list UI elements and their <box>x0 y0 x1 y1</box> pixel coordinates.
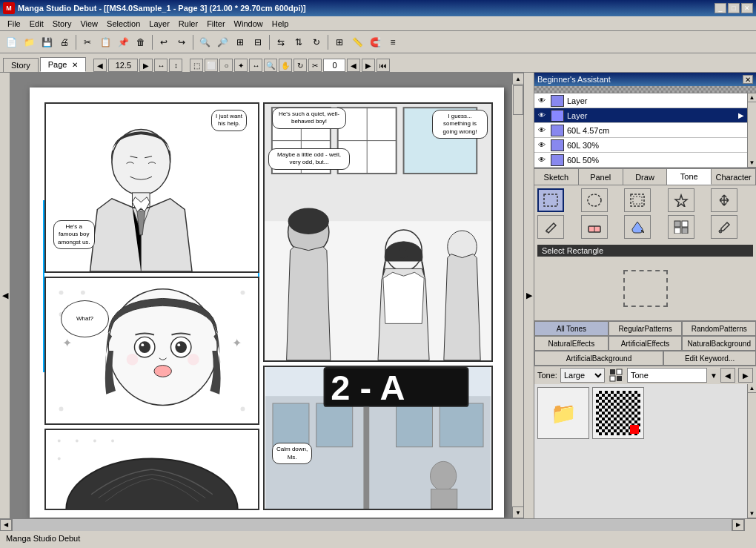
fill-tool[interactable] <box>624 215 651 239</box>
tone-size-select[interactable]: Large Medium Small <box>560 368 605 383</box>
move-tool[interactable] <box>711 188 737 212</box>
tone-scroll-track[interactable] <box>748 393 756 509</box>
fit-button[interactable]: ⊞ <box>232 34 248 50</box>
scroll-up-button[interactable]: ▲ <box>512 73 523 85</box>
fit-width-button[interactable]: ↔ <box>154 59 168 72</box>
tab-next-button[interactable]: ▶ <box>139 59 153 72</box>
new-button[interactable]: 📄 <box>3 34 19 50</box>
artificial-effects-button[interactable]: ArtificialEffects <box>609 336 683 351</box>
h-scroll-track[interactable] <box>12 519 732 531</box>
select-ellipse-tool[interactable] <box>581 188 608 212</box>
regular-patterns-button[interactable]: RegularPatterns <box>609 321 683 336</box>
artificial-background-button[interactable]: ArtificialBackground <box>534 351 663 366</box>
natural-effects-button[interactable]: NaturalEffects <box>534 336 609 351</box>
eraser-tool[interactable] <box>581 215 608 239</box>
flip-h-button[interactable]: ⇆ <box>273 34 289 50</box>
select-rect-tool[interactable] <box>537 188 564 212</box>
rotate-button[interactable]: ↻ <box>308 34 325 50</box>
rotate-tool-btn[interactable]: ↻ <box>294 59 307 72</box>
next-page-btn[interactable]: ▶ <box>362 59 375 72</box>
tone-dropdown-arrow[interactable]: ▼ <box>710 372 717 380</box>
edit-keyword-button[interactable]: Edit Keyword... <box>663 351 756 366</box>
menu-file[interactable]: File <box>3 18 25 30</box>
layer-scrollbar[interactable]: ▲ ▼ <box>747 93 756 168</box>
menu-ruler[interactable]: Ruler <box>174 18 202 30</box>
menu-view[interactable]: View <box>76 18 102 30</box>
print-button[interactable]: 🖨 <box>56 34 73 50</box>
layer-row-selected[interactable]: 👁 Layer ▶ <box>534 108 747 123</box>
lasso-btn[interactable]: ○ <box>219 59 233 72</box>
tab-sketch[interactable]: Sketch <box>534 168 579 185</box>
layer-visibility-toggle-3[interactable]: 👁 <box>534 123 549 138</box>
pan-btn[interactable]: ✋ <box>279 59 292 72</box>
zoom-tool-btn[interactable]: 🔍 <box>264 59 277 72</box>
close-button[interactable]: ✕ <box>741 3 753 13</box>
tone-checker-item[interactable] <box>592 387 644 439</box>
layer-visibility-toggle-2[interactable]: 👁 <box>534 108 549 123</box>
layer-scroll-down[interactable]: ▼ <box>748 159 756 168</box>
tone-scrollbar[interactable]: ▲ ▼ <box>747 384 756 518</box>
save-button[interactable]: 💾 <box>39 34 55 50</box>
snap-button[interactable]: 🧲 <box>367 34 383 50</box>
scroll-down-button[interactable]: ▼ <box>512 506 523 518</box>
menu-help[interactable]: Help <box>268 18 294 30</box>
tab-draw[interactable]: Draw <box>623 168 668 185</box>
layer-row-4[interactable]: 👁 60L 30% <box>534 138 747 153</box>
layer-visibility-toggle[interactable]: 👁 <box>534 93 549 108</box>
h-scroll-left-button[interactable]: ◀ <box>0 519 12 531</box>
pattern-tool[interactable] <box>668 215 694 239</box>
layer-visibility-toggle-5[interactable]: 👁 <box>534 153 549 168</box>
select-tool-btn[interactable]: ⬚ <box>190 59 203 72</box>
move-btn[interactable]: ↔ <box>249 59 262 72</box>
menu-edit[interactable]: Edit <box>25 18 48 30</box>
layer-scroll-up[interactable]: ▲ <box>748 93 756 102</box>
all-tones-button[interactable]: All Tones <box>534 321 609 336</box>
tone-prev-button[interactable]: ◀ <box>720 368 735 383</box>
paste-button[interactable]: 📌 <box>115 34 131 50</box>
right-panel-collapse-arrow[interactable]: ▶ <box>523 73 534 518</box>
menu-window[interactable]: Window <box>230 18 268 30</box>
open-button[interactable]: 📁 <box>21 34 37 50</box>
menu-story[interactable]: Story <box>48 18 76 30</box>
first-page-btn[interactable]: ⏮ <box>377 59 390 72</box>
tone-next-button[interactable]: ▶ <box>738 368 753 383</box>
tab-close-button[interactable]: ✕ <box>72 61 78 69</box>
tone-scroll-up[interactable]: ▲ <box>748 384 756 393</box>
tone-scroll-down[interactable]: ▼ <box>748 509 756 518</box>
tab-prev-button[interactable]: ◀ <box>93 59 107 72</box>
ruler-button[interactable]: 📏 <box>349 34 365 50</box>
align-button[interactable]: ≡ <box>385 34 401 50</box>
flip-v-button[interactable]: ⇅ <box>291 34 307 50</box>
h-scroll-right-button[interactable]: ▶ <box>732 519 744 531</box>
cut-button[interactable]: ✂ <box>79 34 96 50</box>
undo-button[interactable]: ↩ <box>156 34 172 50</box>
zoom-input[interactable] <box>108 59 138 72</box>
grid-button[interactable]: ⊞ <box>331 34 348 50</box>
maximize-button[interactable]: □ <box>728 3 740 13</box>
tone-name-dropdown[interactable]: Tone <box>627 368 707 383</box>
natural-background-button[interactable]: NaturalBackground <box>682 336 756 351</box>
left-panel-arrow[interactable]: ◀ <box>0 73 10 518</box>
layer-visibility-toggle-4[interactable]: 👁 <box>534 138 549 153</box>
tab-panel[interactable]: Panel <box>579 168 623 185</box>
delete-button[interactable]: 🗑 <box>133 34 149 50</box>
canvas-area[interactable]: I just wanthis help. He's afamous boyamo… <box>10 73 523 518</box>
select-tool2-btn[interactable]: ⬜ <box>205 59 218 72</box>
dropper-tool[interactable] <box>711 215 737 239</box>
canvas-vertical-scrollbar[interactable]: ▲ ▼ <box>511 73 523 518</box>
tone-folder-item[interactable]: 📁 <box>537 387 589 439</box>
crop-btn[interactable]: ✂ <box>308 59 322 72</box>
assistant-close-button[interactable]: ✕ <box>743 75 753 84</box>
page-number-input[interactable] <box>323 59 345 72</box>
select-polygon-tool[interactable] <box>624 188 651 212</box>
zoom-out-button[interactable]: 🔎 <box>214 34 231 50</box>
tab-character[interactable]: Character <box>712 168 756 185</box>
menu-layer[interactable]: Layer <box>145 18 174 30</box>
minimize-button[interactable]: _ <box>714 3 726 13</box>
fit-page-button[interactable]: ↕ <box>169 59 182 72</box>
redo-button[interactable]: ↪ <box>173 34 190 50</box>
copy-button[interactable]: 📋 <box>97 34 113 50</box>
menu-selection[interactable]: Selection <box>102 18 145 30</box>
prev-page-btn[interactable]: ◀ <box>347 59 360 72</box>
layer-row-3[interactable]: 👁 60L 4.57cm <box>534 123 747 138</box>
